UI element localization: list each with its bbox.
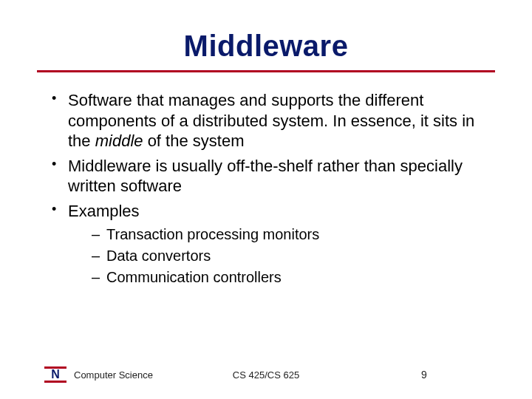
- title-rule: [37, 70, 495, 72]
- sub-bullet-text: Communication controllers: [106, 269, 282, 285]
- logo-letter: N: [44, 369, 66, 381]
- sub-bullet-text: Transaction processing monitors: [106, 226, 319, 242]
- sub-bullet-text: Data convertors: [106, 248, 211, 264]
- bullet-text: Middleware is usually off-the-shelf rath…: [68, 157, 463, 196]
- bullet-text-em: middle: [95, 132, 143, 150]
- department-label: Computer Science: [74, 369, 153, 381]
- sub-bullet-item: Communication controllers: [92, 268, 495, 287]
- bullet-list: Software that manages and supports the d…: [37, 90, 495, 287]
- slide: Middleware Software that manages and sup…: [0, 0, 532, 399]
- slide-title: Middleware: [37, 30, 495, 63]
- sub-bullet-item: Transaction processing monitors: [92, 225, 495, 244]
- bullet-item: Software that manages and supports the d…: [52, 90, 495, 151]
- slide-footer: N Computer Science CS 425/CS 625 9: [0, 366, 532, 383]
- bullet-item: Middleware is usually off-the-shelf rath…: [52, 156, 495, 197]
- bullet-item: Examples Transaction processing monitors…: [52, 201, 495, 287]
- sub-bullet-list: Transaction processing monitors Data con…: [68, 225, 495, 287]
- sub-bullet-item: Data convertors: [92, 247, 495, 265]
- bullet-text: Examples: [68, 202, 140, 220]
- page-number: 9: [421, 369, 495, 381]
- university-logo-icon: N: [44, 366, 66, 383]
- course-label: CS 425/CS 625: [233, 369, 299, 381]
- slide-content: Software that manages and supports the d…: [37, 90, 495, 287]
- bullet-text-post: of the system: [143, 132, 245, 150]
